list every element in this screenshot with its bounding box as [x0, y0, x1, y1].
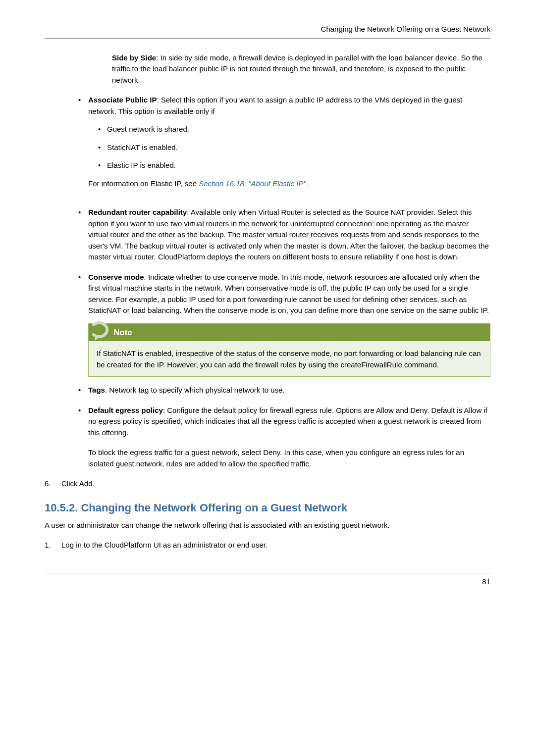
redundant-label: Redundant router capability	[88, 208, 187, 216]
tags-label: Tags	[88, 386, 105, 394]
sub-bullet-staticnat: • StaticNAT is enabled.	[98, 142, 490, 153]
bullet-dot-icon: •	[98, 160, 107, 171]
egress-text-1: Default egress policy: Configure the def…	[88, 405, 490, 439]
associate-label: Associate Public IP	[88, 96, 157, 104]
note-bar: Note	[89, 324, 490, 342]
step-6: 6. Click Add.	[45, 478, 490, 490]
sub-bullet-elastic-ip: • Elastic IP is enabled.	[98, 160, 490, 171]
step-number: 1.	[45, 540, 61, 551]
side-by-side-paragraph: Side by Side: In side by side mode, a fi…	[112, 52, 490, 86]
elastic-ip-info: For information on Elastic IP, see Secti…	[88, 178, 490, 190]
elastic-ip-link[interactable]: Section 16.18, "About Elastic IP"	[199, 179, 306, 188]
bullet-dot-icon: •	[78, 272, 88, 316]
note-icon	[92, 321, 111, 343]
bullet-associate-public-ip: • Associate Public IP: Select this optio…	[78, 95, 490, 198]
associate-text: Associate Public IP: Select this option …	[88, 95, 490, 117]
redundant-text: Redundant router capability. Available o…	[88, 207, 490, 263]
section-title: 10.5.2. Changing the Network Offering on…	[45, 500, 490, 516]
step-text: Click Add.	[61, 478, 95, 490]
conserve-label: Conserve mode	[88, 273, 144, 281]
section-intro: A user or administrator can change the n…	[45, 520, 490, 531]
page-number: 81	[45, 573, 490, 588]
side-by-side-text: : In side by side mode, a firewall devic…	[112, 53, 482, 84]
note-box: Note If StaticNAT is enabled, irrespecti…	[88, 323, 490, 377]
step-text: Log in to the CloudPlatform UI as an adm…	[61, 540, 268, 551]
bullet-dot-icon: •	[78, 385, 88, 396]
bullet-dot-icon: •	[98, 124, 107, 135]
step-1: 1. Log in to the CloudPlatform UI as an …	[45, 540, 490, 551]
egress-text-2: To block the egress traffic for a guest …	[88, 447, 490, 469]
sub-bullet-guest-network: • Guest network is shared.	[98, 124, 490, 135]
step-number: 6.	[45, 478, 61, 490]
side-by-side-label: Side by Side	[112, 53, 156, 62]
bullet-dot-icon: •	[78, 95, 88, 198]
bullet-tags: • Tags. Network tag to specify which phy…	[78, 385, 490, 396]
tags-text: Tags. Network tag to specify which physi…	[88, 385, 490, 396]
header-title: Changing the Network Offering on a Guest…	[321, 25, 490, 33]
bullet-dot-icon: •	[78, 207, 88, 263]
bullet-dot-icon: •	[98, 142, 107, 153]
note-body: If StaticNAT is enabled, irrespective of…	[89, 341, 490, 374]
conserve-text: Conserve mode. Indicate whether to use c…	[88, 272, 490, 316]
bullet-default-egress: • Default egress policy: Configure the d…	[78, 405, 490, 470]
header-rule	[45, 38, 490, 39]
bullet-conserve-mode: • Conserve mode. Indicate whether to use…	[78, 272, 490, 316]
egress-label: Default egress policy	[88, 406, 163, 414]
bullet-dot-icon: •	[78, 405, 88, 470]
bullet-redundant-router: • Redundant router capability. Available…	[78, 207, 490, 263]
page-header: Changing the Network Offering on a Guest…	[45, 24, 490, 35]
note-title: Note	[113, 328, 132, 337]
